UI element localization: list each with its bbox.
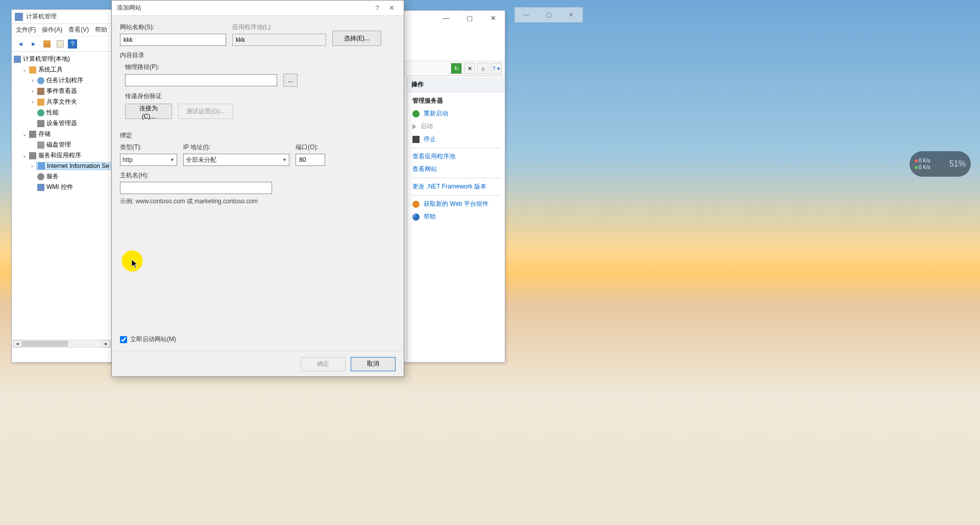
forward-button[interactable]: ►: [28, 38, 39, 50]
tree-shared-folders[interactable]: 共享文件夹: [46, 98, 77, 106]
action-change-net[interactable]: 更改 .NET Framework 版本: [407, 180, 505, 193]
action-restart[interactable]: 重新启动: [407, 107, 505, 120]
far-minimize-button[interactable]: —: [515, 8, 537, 22]
type-select[interactable]: http▼: [120, 154, 177, 166]
mgmt-tree[interactable]: 计算机管理(本地) ⌄系统工具 ›任务计划程序 ›事件查看器 ›共享文件夹 性能…: [12, 52, 112, 348]
hostname-input[interactable]: [120, 182, 272, 194]
tree-disk-mgmt[interactable]: 磁盘管理: [46, 140, 71, 149]
add-website-dialog: 添加网站 ? ✕ 网站名称(S): 应用程序池(L): 选择(E)... 内容目…: [111, 0, 404, 377]
dialog-footer: 确定 取消: [112, 351, 404, 376]
action-stop[interactable]: 停止: [407, 133, 505, 146]
far-close-button[interactable]: ✕: [560, 8, 582, 22]
browse-path-button[interactable]: ...: [283, 74, 298, 87]
type-label: 类型(T):: [120, 143, 177, 152]
dialog-close-button[interactable]: ✕: [384, 2, 399, 14]
expand-toggle[interactable]: ⌄: [22, 67, 27, 73]
tree-performance[interactable]: 性能: [46, 108, 59, 117]
action-help[interactable]: ?帮助: [407, 210, 505, 223]
tools-icon: [29, 66, 36, 74]
menu-help[interactable]: 帮助: [95, 26, 107, 34]
type-value: http: [122, 156, 133, 163]
scroll-right-button[interactable]: ►: [102, 340, 110, 347]
iis-home-icon[interactable]: ⌂: [477, 63, 488, 74]
select-app-pool-button[interactable]: 选择(E)...: [332, 31, 381, 46]
auto-start-checkbox-row[interactable]: 立即启动网站(M): [120, 335, 176, 344]
tree-system-tools[interactable]: 系统工具: [38, 65, 63, 74]
tree-iis[interactable]: Internet Information Se: [47, 162, 109, 170]
expand-toggle[interactable]: ›: [30, 99, 35, 105]
site-name-label: 网站名称(S):: [120, 23, 226, 32]
services-icon: [29, 152, 36, 159]
show-hide-tree-button[interactable]: [41, 38, 53, 50]
expand-toggle[interactable]: ⌄: [22, 153, 27, 158]
tree-task-scheduler[interactable]: 任务计划程序: [46, 76, 83, 85]
dialog-titlebar[interactable]: 添加网站 ? ✕: [112, 1, 404, 16]
actions-pane: 操作 管理服务器 重新启动 启动 停止 查看应用程序池 查看网站 更改 .NET…: [407, 77, 505, 360]
iis-help-dropdown-icon[interactable]: ? ▾: [491, 63, 502, 74]
widget-percent: 51%: [949, 159, 966, 169]
tree-services[interactable]: 服务: [46, 172, 59, 181]
wmi-icon: [37, 184, 44, 191]
iis-close-button[interactable]: ✕: [481, 11, 505, 25]
tree-root[interactable]: 计算机管理(本地): [23, 55, 70, 63]
far-maximize-button[interactable]: ▢: [537, 8, 560, 22]
iis-stop-icon[interactable]: ✕: [464, 63, 475, 74]
physical-path-input[interactable]: [125, 74, 277, 86]
stop-icon: [412, 136, 420, 143]
scroll-thumb[interactable]: [22, 341, 68, 347]
dialog-help-button[interactable]: ?: [370, 2, 384, 14]
iis-refresh-icon[interactable]: ↻: [451, 63, 462, 74]
separator: [411, 195, 501, 196]
tree-event-viewer[interactable]: 事件查看器: [46, 87, 77, 96]
expand-toggle[interactable]: ›: [30, 163, 34, 169]
iis-icon: [38, 162, 45, 170]
action-view-apppool[interactable]: 查看应用程序池: [407, 150, 505, 163]
iis-maximize-button[interactable]: ▢: [458, 11, 481, 25]
ip-select[interactable]: 全部未分配▼: [183, 154, 289, 166]
expand-toggle[interactable]: ⌄: [22, 131, 27, 137]
action-view-apppool-label: 查看应用程序池: [412, 152, 455, 161]
app-pool-input: [232, 34, 326, 46]
expand-toggle[interactable]: ›: [30, 78, 35, 83]
hostname-example: 示例: www.contoso.com 或 marketing.contoso.…: [120, 197, 396, 206]
action-start-label: 启动: [421, 122, 433, 131]
action-get-webplatform[interactable]: 获取新的 Web 平台组件: [407, 198, 505, 210]
dialog-body: 网站名称(S): 应用程序池(L): 选择(E)... 内容目录 物理路径(P)…: [112, 16, 404, 351]
action-help-label: 帮助: [424, 212, 436, 221]
share-icon: [37, 99, 44, 106]
mgmt-titlebar[interactable]: 计算机管理: [12, 10, 112, 24]
help-button[interactable]: ?: [68, 39, 77, 49]
iis-minimize-button[interactable]: —: [434, 11, 458, 25]
action-get-webplatform-label: 获取新的 Web 平台组件: [424, 200, 488, 208]
action-view-sites[interactable]: 查看网站: [407, 163, 505, 176]
play-icon: [412, 124, 416, 129]
auto-start-checkbox[interactable]: [120, 336, 127, 343]
tree-storage[interactable]: 存储: [38, 130, 51, 138]
expand-toggle[interactable]: ›: [30, 88, 35, 94]
hostname-label: 主机名(H):: [120, 171, 272, 180]
action-restart-label: 重新启动: [424, 109, 448, 118]
cancel-button[interactable]: 取消: [351, 357, 396, 371]
tree-wmi[interactable]: WMI 控件: [46, 183, 73, 192]
scroll-left-button[interactable]: ◄: [13, 340, 21, 347]
svc-icon: [37, 173, 44, 180]
download-speed: 0 K/s: [915, 164, 930, 170]
network-speed-widget[interactable]: 0 K/s 0 K/s 51%: [910, 151, 971, 177]
connect-as-button[interactable]: 连接为(C)...: [125, 104, 172, 119]
menu-view[interactable]: 查看(V): [68, 26, 89, 34]
task-icon: [37, 77, 44, 84]
port-input[interactable]: [296, 154, 325, 166]
action-start[interactable]: 启动: [407, 120, 505, 133]
storage-icon: [29, 131, 36, 138]
properties-button[interactable]: [55, 38, 66, 50]
action-view-sites-label: 查看网站: [412, 165, 437, 174]
back-button[interactable]: ◄: [15, 38, 26, 50]
site-name-input[interactable]: [120, 34, 226, 46]
tree-device-manager[interactable]: 设备管理器: [46, 119, 77, 128]
menu-action[interactable]: 操作(A): [42, 26, 62, 34]
horizontal-scrollbar[interactable]: ◄ ►: [13, 340, 111, 348]
mgmt-title-text: 计算机管理: [26, 12, 57, 21]
download-icon: [412, 201, 420, 208]
tree-services-apps[interactable]: 服务和应用程序: [38, 151, 81, 160]
menu-file[interactable]: 文件(F): [16, 26, 36, 34]
